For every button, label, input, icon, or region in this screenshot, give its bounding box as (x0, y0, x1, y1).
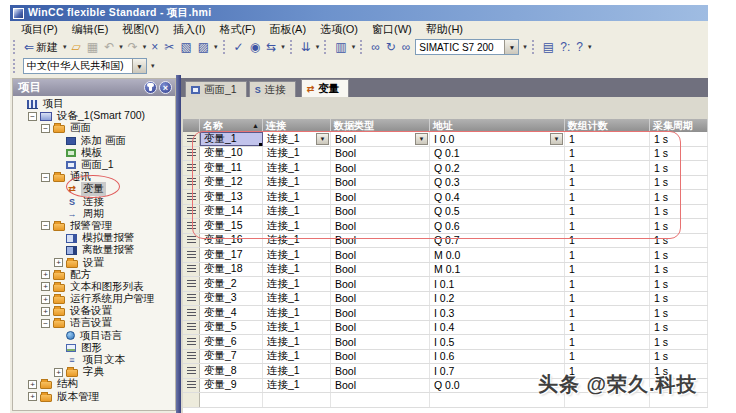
table-row[interactable]: 变量_6连接_1BoolI 0.511 s (183, 335, 708, 350)
table-cell[interactable]: 1 (565, 263, 650, 277)
dropdown-arrow-icon[interactable]: ▾ (314, 43, 322, 51)
table-cell[interactable]: 变量_7 (200, 350, 263, 364)
table-cell[interactable]: 1 s (650, 335, 708, 349)
tree-item[interactable]: +设置 (13, 256, 175, 268)
tree-toggle-icon[interactable]: + (28, 380, 37, 389)
paste-button[interactable]: ▨ (195, 39, 212, 56)
table-cell[interactable]: 连接_1 (263, 190, 331, 204)
table-cell[interactable]: 连接_1 (263, 234, 331, 248)
table-cell[interactable]: 变量_9 (200, 379, 263, 393)
undo-button[interactable]: ↶ (101, 39, 117, 56)
dropdown-arrow-icon[interactable]: ▾ (521, 43, 529, 51)
table-cell[interactable]: 1 s (650, 234, 708, 248)
tree-toggle-icon[interactable]: − (28, 112, 37, 121)
row-handle[interactable] (183, 277, 200, 291)
table-cell[interactable]: Q 0.7 (430, 234, 565, 248)
table-cell[interactable]: 1 (565, 176, 650, 190)
tree-toggle-icon[interactable]: + (54, 368, 63, 377)
table-cell[interactable]: Bool (331, 335, 430, 349)
copy-button[interactable]: ▧ (177, 39, 194, 56)
table-cell[interactable]: Q 0.3 (430, 176, 565, 190)
table-cell[interactable]: 1 (565, 161, 650, 175)
menu-item[interactable]: 窗口(W) (365, 21, 419, 38)
row-handle[interactable] (183, 219, 200, 233)
table-row[interactable]: 变量_4连接_1BoolI 0.311 s (183, 306, 708, 321)
table-cell[interactable]: 1 s (650, 321, 708, 335)
table-row[interactable]: 变量_10连接_1BoolQ 0.111 s (183, 147, 708, 162)
table-cell[interactable]: 变量_1 (200, 132, 263, 146)
language-selector[interactable]: 中文(中华人民共和国) ▼ (23, 58, 147, 74)
redo-button[interactable]: ↷ (125, 39, 141, 56)
table-cell[interactable]: 连接_1 (263, 292, 331, 306)
table-cell[interactable]: 1 s (650, 176, 708, 190)
row-handle[interactable] (183, 161, 200, 175)
check-consistency-button[interactable]: ✓ (231, 39, 247, 56)
table-cell[interactable]: 连接_1 (263, 263, 331, 277)
row-handle[interactable] (183, 364, 200, 378)
tree-toggle-icon[interactable]: + (41, 307, 50, 316)
table-cell[interactable]: 1 s (650, 306, 708, 320)
row-handle[interactable] (183, 263, 200, 277)
table-cell[interactable]: 连接_1 (263, 205, 331, 219)
table-cell[interactable]: I 0.5 (430, 335, 565, 349)
column-header-2[interactable]: 连接 (263, 119, 331, 132)
tab-连接[interactable]: S连接 (249, 81, 296, 97)
row-handle[interactable] (183, 379, 200, 393)
dropdown-arrow-icon[interactable]: ▾ (117, 43, 125, 51)
table-cell[interactable]: 连接_1 (263, 161, 331, 175)
table-cell[interactable]: Bool (331, 161, 430, 175)
table-cell[interactable] (263, 393, 331, 407)
close-icon[interactable]: × (159, 81, 172, 94)
table-cell[interactable]: 变量_3 (200, 292, 263, 306)
help-book-button[interactable]: ▤ (540, 39, 557, 56)
table-cell[interactable]: Bool (331, 306, 430, 320)
table-cell[interactable]: Bool (331, 219, 430, 233)
table-row[interactable]: 变量_2连接_1BoolI 0.111 s (183, 277, 708, 292)
table-row[interactable]: 变量_11连接_1BoolQ 0.211 s (183, 161, 708, 176)
table-cell[interactable]: 1 (565, 292, 650, 306)
tree-toggle-icon[interactable]: − (41, 221, 50, 230)
dropdown-arrow-icon[interactable]: ▾ (350, 43, 358, 51)
row-handle[interactable] (183, 306, 200, 320)
tree-toggle-icon[interactable]: + (41, 282, 50, 291)
table-cell[interactable]: Bool (331, 321, 430, 335)
table-cell[interactable]: 连接_1 (263, 306, 331, 320)
table-cell[interactable]: 1 s (650, 205, 708, 219)
table-cell[interactable]: M 0.1 (430, 263, 565, 277)
sync-button[interactable]: ↻ (383, 39, 399, 56)
table-cell[interactable]: Q 0.1 (430, 147, 565, 161)
table-cell[interactable]: 1 (565, 277, 650, 291)
table-row[interactable]: 变量_14连接_1BoolQ 0.511 s (183, 205, 708, 220)
table-cell[interactable]: Q 0.6 (430, 219, 565, 233)
table-cell[interactable]: 1 (565, 190, 650, 204)
table-cell[interactable]: 变量_8 (200, 364, 263, 378)
tab-画面_1[interactable]: 画面_1 (185, 81, 247, 97)
table-row[interactable]: 变量_3连接_1BoolI 0.211 s (183, 292, 708, 307)
dropdown-arrow-icon[interactable]: ▾ (279, 43, 287, 51)
column-header-1[interactable]: 名称▲ (200, 119, 263, 132)
table-cell[interactable]: 1 (565, 350, 650, 364)
table-cell[interactable] (331, 393, 430, 407)
row-handle[interactable] (183, 132, 200, 146)
cut-button[interactable]: ✂ (161, 39, 177, 56)
chevron-down-icon[interactable]: ▼ (132, 59, 146, 73)
row-handle[interactable] (183, 292, 200, 306)
table-cell[interactable]: 连接_1 (263, 277, 331, 291)
table-cell[interactable]: Q 0.2 (430, 161, 565, 175)
table-cell[interactable]: 1 s (650, 350, 708, 364)
tree-toggle-icon[interactable]: + (28, 392, 37, 401)
table-cell[interactable]: 1 (565, 306, 650, 320)
table-cell[interactable]: Bool (331, 277, 430, 291)
table-cell[interactable]: 连接_1 (263, 248, 331, 262)
tree-toggle-icon[interactable]: − (41, 173, 50, 182)
table-row[interactable]: 变量_18连接_1BoolM 0.111 s (183, 263, 708, 278)
table-cell[interactable]: 1 s (650, 190, 708, 204)
row-handle[interactable] (183, 147, 200, 161)
tab-变量[interactable]: ⇄变量 (301, 79, 350, 97)
find-button[interactable]: ∞ (368, 39, 383, 56)
table-cell[interactable]: Bool (331, 234, 430, 248)
table-cell[interactable]: 变量_18 (200, 263, 263, 277)
chevron-down-icon[interactable]: ▼ (550, 133, 563, 145)
table-cell[interactable]: I 0.1 (430, 277, 565, 291)
table-cell[interactable] (200, 393, 263, 407)
